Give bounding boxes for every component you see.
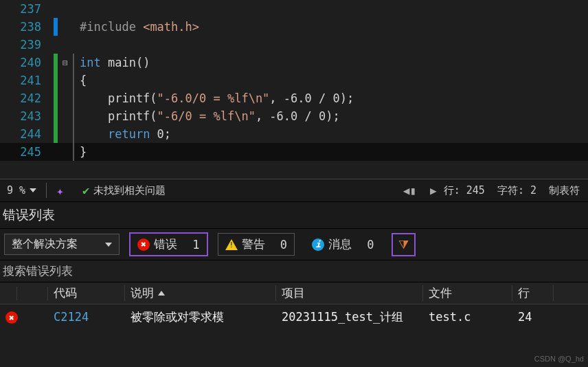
errors-filter-button[interactable]: ✖ 错误 1	[129, 232, 208, 256]
line-number: 237	[0, 2, 54, 16]
error-file: test.c	[423, 310, 512, 324]
error-project: 20231115_test_计组	[276, 309, 423, 325]
filter-icon[interactable]: ⧩	[392, 233, 416, 256]
change-marker	[54, 89, 58, 107]
info-icon: i	[312, 238, 324, 251]
code-text[interactable]: }	[80, 145, 87, 159]
error-icon: ✖	[5, 311, 18, 324]
change-marker	[54, 107, 58, 125]
code-text[interactable]: printf("-6.0/0 = %lf\n", -6.0 / 0);	[80, 91, 354, 105]
nav-fwd-icon[interactable]: ▶	[423, 184, 444, 197]
code-line-239[interactable]: 239	[0, 36, 588, 54]
col-file[interactable]: 文件	[423, 285, 512, 301]
line-number: 239	[0, 38, 54, 52]
code-text[interactable]: return 0;	[80, 127, 171, 141]
col-description[interactable]: 说明	[125, 285, 276, 301]
code-editor[interactable]: 237238#include <math.h>239240⊟int main()…	[0, 0, 588, 179]
col-project[interactable]: 项目	[276, 285, 423, 301]
code-text[interactable]: int main()	[80, 56, 150, 69]
warning-icon	[225, 239, 238, 250]
line-number: 244	[0, 127, 54, 141]
cursor-col: 字符: 2	[497, 184, 536, 197]
cursor-line: 行: 245	[444, 184, 485, 197]
error-filter-bar: 整个解决方案 ✖ 错误 1 警告 0 i 消息 0 ⧩	[0, 229, 588, 260]
zoom-level[interactable]: 9 %	[0, 184, 43, 197]
col-code[interactable]: 代码	[48, 285, 125, 301]
indent-mode: 制表符	[549, 184, 580, 197]
error-desc: 被零除或对零求模	[125, 309, 276, 325]
col-line[interactable]: 行	[512, 285, 554, 301]
intellicode-icon[interactable]: ✦	[49, 184, 76, 198]
sort-asc-icon	[158, 291, 165, 296]
line-number: 238	[0, 20, 54, 34]
code-line-240[interactable]: 240⊟int main()	[0, 54, 588, 71]
error-code[interactable]: C2124	[48, 310, 125, 324]
warnings-filter-button[interactable]: 警告 0	[218, 233, 295, 256]
code-line-243[interactable]: 243 printf("-6/0 = %lf\n", -6.0 / 0);	[0, 107, 588, 125]
status-bar: 9 % ✦ ✔未找到相关问题 ◀▮ ▶ 行: 245 字符: 2 制表符	[0, 179, 588, 202]
code-line-238[interactable]: 238#include <math.h>	[0, 18, 588, 36]
code-line-242[interactable]: 242 printf("-6.0/0 = %lf\n", -6.0 / 0);	[0, 89, 588, 107]
change-marker	[54, 125, 58, 143]
line-number: 243	[0, 109, 54, 123]
line-number: 240	[0, 56, 54, 69]
code-line-245[interactable]: 245}	[0, 143, 588, 161]
error-list-title[interactable]: 错误列表	[0, 202, 588, 229]
code-text[interactable]: {	[80, 74, 87, 87]
error-icon: ✖	[137, 238, 150, 251]
col-icon[interactable]	[0, 287, 48, 300]
error-table-header: 代码 说明 项目 文件 行	[0, 282, 588, 304]
line-number: 242	[0, 91, 54, 105]
fold-toggle[interactable]: ⊟	[58, 58, 73, 68]
nav-back-icon[interactable]: ◀▮	[396, 184, 423, 197]
messages-filter-button[interactable]: i 消息 0	[304, 233, 382, 256]
code-text[interactable]: printf("-6/0 = %lf\n", -6.0 / 0);	[80, 109, 340, 123]
code-line-237[interactable]: 237	[0, 0, 588, 18]
code-text[interactable]: #include <math.h>	[80, 20, 199, 34]
error-row[interactable]: ✖C2124被零除或对零求模20231115_test_计组test.c24	[0, 304, 588, 329]
issues-indicator[interactable]: ✔未找到相关问题	[76, 184, 172, 197]
change-marker	[54, 71, 58, 89]
watermark: CSDN @Q_hd	[534, 355, 584, 363]
code-line-241[interactable]: 241{	[0, 71, 588, 89]
line-number: 241	[0, 74, 54, 87]
code-line-244[interactable]: 244 return 0;	[0, 125, 588, 143]
error-line-no: 24	[512, 310, 554, 324]
error-search-input[interactable]: 搜索错误列表	[0, 260, 588, 282]
line-number: 245	[0, 145, 54, 159]
change-marker	[54, 18, 58, 36]
scope-dropdown[interactable]: 整个解决方案	[4, 234, 120, 255]
